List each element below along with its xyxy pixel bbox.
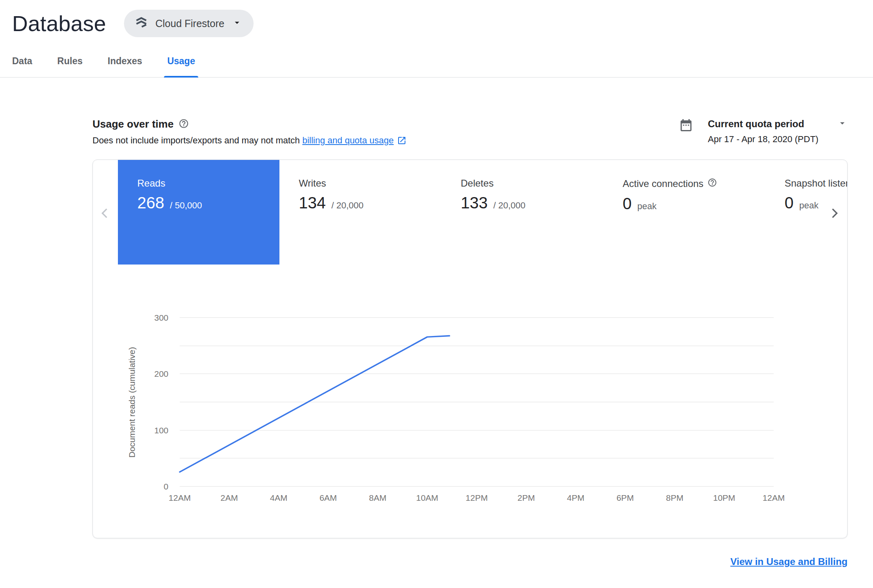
metric-tab-reads[interactable]: Reads 268 / 50,000 (118, 160, 279, 265)
product-selector-label: Cloud Firestore (155, 18, 225, 29)
x-tick-label: 12PM (466, 493, 488, 503)
metric-quota: peak (637, 201, 657, 212)
metric-quota: peak (799, 200, 818, 211)
x-tick-label: 8AM (369, 493, 386, 503)
x-tick-label: 12AM (763, 493, 785, 503)
y-tick-label: 300 (154, 313, 168, 323)
metric-value: 133 (461, 194, 488, 212)
metric-quota: / 20,000 (332, 200, 364, 211)
metric-label: Writes (299, 178, 441, 189)
content-area: Usage over time Does not include imports… (92, 118, 848, 567)
x-tick-label: 4AM (270, 493, 288, 503)
metric-value: 0 (785, 194, 793, 212)
x-tick-label: 2AM (220, 493, 238, 503)
metric-tab-writes[interactable]: Writes 134 / 20,000 (279, 160, 441, 265)
metric-value: 268 (137, 194, 164, 212)
usage-heading: Usage over time (92, 118, 174, 130)
tab-data[interactable]: Data (12, 47, 32, 77)
quota-period-block: Current quota period Apr 17 - Apr 18, 20… (679, 118, 848, 145)
quota-period-label: Current quota period (708, 118, 804, 130)
page-title: Database (12, 11, 106, 36)
chevron-left-icon[interactable] (96, 204, 114, 222)
footer-link-row: View in Usage and Billing (92, 556, 848, 567)
metric-tab-deletes[interactable]: Deletes 133 / 20,000 (441, 160, 603, 265)
tab-bar: Data Rules Indexes Usage (0, 47, 873, 78)
x-tick-label: 10PM (713, 493, 735, 503)
quota-period-dropdown[interactable]: Current quota period (708, 118, 848, 130)
metric-value: 0 (623, 195, 632, 213)
x-tick-label: 6AM (319, 493, 337, 503)
metric-quota: / 20,000 (493, 200, 526, 211)
usage-description-text: Does not include imports/exports and may… (92, 135, 302, 145)
metric-label: Reads (137, 178, 279, 189)
tab-usage[interactable]: Usage (167, 47, 195, 77)
metric-value: 134 (299, 194, 326, 212)
usage-chart: Document reads (cumulative) 010020030012… (180, 318, 774, 487)
y-tick-label: 200 (154, 369, 168, 379)
x-tick-label: 12AM (169, 493, 191, 503)
y-tick-label: 100 (154, 426, 168, 435)
x-tick-label: 6PM (617, 493, 634, 503)
usage-card: Reads 268 / 50,000 Writes 134 / 20,000 D… (92, 160, 848, 538)
usage-line-series (180, 318, 774, 487)
page-header: Database Cloud Firestore (0, 0, 873, 37)
y-tick-label: 0 (164, 482, 168, 491)
metric-tabs-row: Reads 268 / 50,000 Writes 134 / 20,000 D… (93, 160, 847, 265)
calendar-icon (679, 118, 693, 134)
billing-quota-link[interactable]: billing and quota usage (302, 135, 394, 145)
product-selector[interactable]: Cloud Firestore (124, 10, 254, 37)
quota-period-range: Apr 17 - Apr 18, 2020 (PDT) (708, 134, 848, 145)
external-link-icon[interactable] (397, 136, 407, 145)
x-tick-label: 2PM (517, 493, 535, 503)
quota-period-selector: Current quota period Apr 17 - Apr 18, 20… (708, 118, 848, 145)
usage-description: Does not include imports/exports and may… (92, 135, 407, 146)
metric-label: Active connections (623, 178, 703, 189)
view-usage-billing-link[interactable]: View in Usage and Billing (730, 556, 848, 567)
tab-rules[interactable]: Rules (57, 47, 83, 77)
firestore-icon (134, 16, 148, 31)
metric-label: Snapshot listeners (785, 178, 848, 189)
usage-section-header: Usage over time Does not include imports… (92, 118, 848, 146)
x-tick-label: 10AM (416, 493, 438, 503)
y-axis-title: Document reads (cumulative) (127, 318, 137, 487)
metric-quota: / 50,000 (170, 200, 202, 211)
usage-heading-block: Usage over time Does not include imports… (92, 118, 407, 146)
chevron-down-icon (837, 118, 848, 130)
metric-label: Deletes (461, 178, 603, 189)
firestore-usage-page: Database Cloud Firestore Data Rules Inde… (0, 0, 873, 567)
x-tick-label: 8PM (666, 493, 683, 503)
metric-tab-active-connections[interactable]: Active connections 0 peak (603, 160, 765, 265)
x-tick-label: 4PM (567, 493, 584, 503)
chevron-down-icon (232, 17, 242, 29)
chevron-right-icon[interactable] (825, 204, 843, 222)
tab-indexes[interactable]: Indexes (108, 47, 143, 77)
help-icon[interactable] (178, 118, 189, 130)
help-icon[interactable] (707, 178, 717, 190)
